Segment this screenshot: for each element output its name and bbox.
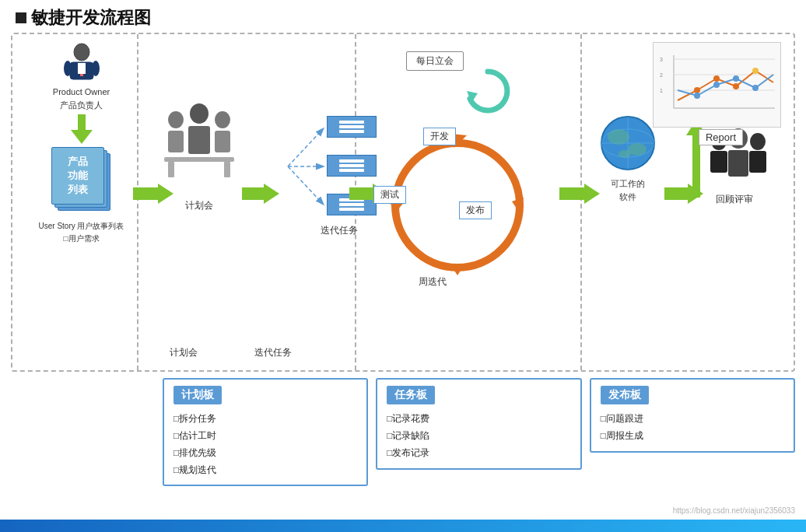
user-story-label: User Story 用户故事列表 bbox=[38, 220, 124, 232]
globe-icon bbox=[597, 112, 659, 174]
svg-rect-15 bbox=[224, 162, 230, 177]
report-section: 1 2 3 bbox=[653, 42, 781, 128]
svg-rect-43 bbox=[728, 150, 748, 177]
svg-point-44 bbox=[750, 133, 766, 150]
task-item-2: □记录缺陷 bbox=[387, 428, 570, 445]
svg-rect-8 bbox=[168, 131, 184, 152]
svg-rect-24 bbox=[339, 169, 364, 172]
svg-point-52 bbox=[713, 75, 720, 82]
svg-point-34 bbox=[608, 129, 629, 145]
svg-point-54 bbox=[752, 68, 759, 74]
team-icon bbox=[160, 96, 238, 198]
svg-point-11 bbox=[215, 111, 230, 128]
svg-rect-13 bbox=[164, 157, 234, 162]
down-arrow-1 bbox=[71, 114, 93, 144]
svg-text:3: 3 bbox=[660, 57, 663, 62]
svg-rect-20 bbox=[339, 125, 364, 128]
svg-rect-4 bbox=[78, 63, 86, 74]
iter-section: 迭代任务 bbox=[280, 112, 366, 224]
daily-standup-box: 每日立会 bbox=[406, 51, 464, 71]
plan-item-3: □排优先级 bbox=[173, 445, 357, 462]
svg-rect-19 bbox=[339, 121, 364, 124]
release-item-2: □周报生成 bbox=[601, 428, 784, 445]
task-board: 任务板 □记录花费 □记录缺陷 □发布记录 bbox=[376, 378, 581, 470]
sprint-label: 周迭代 bbox=[419, 275, 447, 289]
task-item-3: □发布记录 bbox=[387, 445, 570, 462]
bottom-labels: 计划会 迭代任务 bbox=[12, 346, 794, 359]
svg-text:1: 1 bbox=[660, 88, 663, 93]
panels-area: 计划板 □拆分任务 □估计工时 □排优先级 □规划迭代 任务板 □记录花费 □记… bbox=[11, 378, 795, 486]
team-section: 计划会 bbox=[156, 96, 242, 212]
svg-point-55 bbox=[694, 93, 700, 99]
plan-item-4: □规划迭代 bbox=[173, 462, 357, 479]
task-board-title: 任务板 bbox=[387, 386, 435, 404]
release-board: 发布板 □问题跟进 □周报生成 bbox=[590, 378, 795, 453]
plan-board-title: 计划板 bbox=[173, 386, 222, 404]
arrow-meeting-iter bbox=[242, 184, 279, 204]
watermark: https://blog.csdn.net/xiajun2356033 bbox=[673, 506, 795, 515]
page-wrapper: 敏捷开发流程图 Produc bbox=[0, 0, 806, 532]
svg-point-7 bbox=[168, 111, 184, 128]
meeting-label: 计划会 bbox=[185, 199, 213, 212]
release-board-title: 发布板 bbox=[601, 386, 649, 404]
title-text: 敏捷开发流程图 bbox=[31, 6, 151, 30]
plan-item-2: □估计工时 bbox=[173, 428, 357, 445]
svg-rect-21 bbox=[339, 130, 364, 133]
svg-rect-10 bbox=[188, 126, 210, 154]
svg-rect-12 bbox=[215, 131, 230, 152]
product-stack: 产品 功能 列表 bbox=[50, 147, 114, 215]
svg-point-6 bbox=[92, 61, 100, 76]
svg-rect-22 bbox=[339, 159, 364, 163]
svg-rect-14 bbox=[168, 162, 174, 177]
svg-line-18 bbox=[288, 166, 323, 204]
bottom-decoration bbox=[0, 520, 806, 532]
svg-point-57 bbox=[733, 75, 739, 82]
develop-label: 开发 bbox=[423, 128, 456, 145]
page-title: 敏捷开发流程图 bbox=[0, 0, 806, 33]
diagram-area: Product Owner 产品负责人 产品 功能 列表 User Story … bbox=[11, 33, 795, 372]
po-section: Product Owner 产品负责人 产品 功能 列表 User Story … bbox=[25, 42, 138, 244]
svg-rect-23 bbox=[339, 164, 364, 167]
plan-item-1: □拆分任务 bbox=[173, 411, 357, 428]
po-label: Product Owner 产品负责人 bbox=[53, 86, 110, 111]
person-icon bbox=[61, 42, 103, 84]
svg-line-16 bbox=[288, 129, 323, 166]
svg-text:2: 2 bbox=[660, 72, 663, 78]
release-item-1: □问题跟进 bbox=[601, 411, 784, 428]
globe-label: 可工作的软件 bbox=[611, 177, 645, 203]
svg-rect-41 bbox=[710, 151, 727, 173]
title-square-icon bbox=[16, 12, 26, 23]
svg-rect-45 bbox=[749, 151, 766, 173]
release-label: 发布 bbox=[459, 201, 492, 219]
svg-point-56 bbox=[713, 82, 720, 88]
svg-point-53 bbox=[733, 83, 739, 89]
svg-point-5 bbox=[64, 61, 72, 76]
svg-point-51 bbox=[694, 87, 700, 93]
iter-label: 迭代任务 bbox=[321, 224, 358, 237]
svg-point-0 bbox=[74, 44, 89, 61]
user-demand: □用户需求 bbox=[63, 233, 99, 244]
report-chart: 1 2 3 bbox=[658, 47, 779, 117]
task-item-1: □记录花费 bbox=[387, 411, 570, 428]
test-label: 测试 bbox=[373, 186, 406, 204]
svg-point-9 bbox=[190, 103, 209, 124]
plan-board: 计划板 □拆分任务 □估计工时 □排优先级 □规划迭代 bbox=[163, 378, 368, 486]
report-label: Report bbox=[699, 129, 743, 145]
review-label: 回顾评审 bbox=[716, 193, 753, 206]
svg-rect-27 bbox=[339, 208, 364, 211]
svg-point-58 bbox=[752, 85, 759, 91]
